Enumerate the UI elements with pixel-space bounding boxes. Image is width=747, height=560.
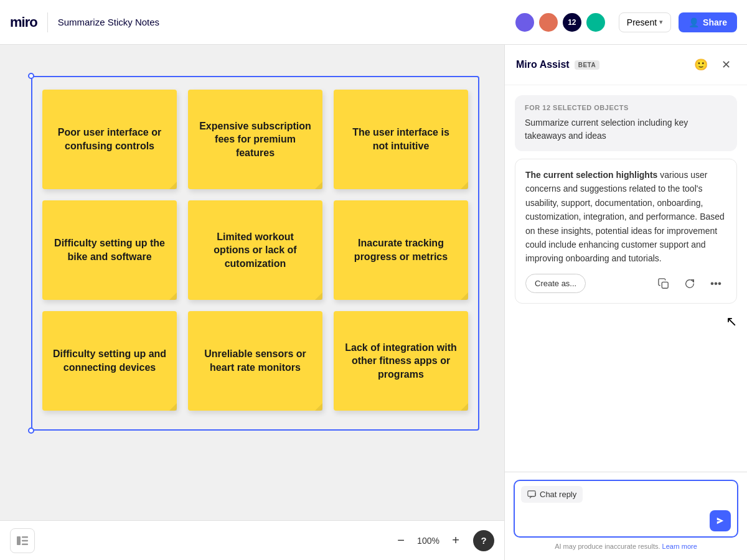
response-bubble: The current selection highlights various… (515, 159, 737, 304)
more-options-button[interactable]: ••• (705, 273, 726, 294)
chat-reply-label: Chat reply (540, 490, 576, 499)
svg-rect-3 (22, 543, 28, 545)
sticky-note-2[interactable]: Expensive subscription fees for premium … (188, 90, 322, 189)
avatar-2[interactable] (538, 12, 559, 33)
refresh-icon-button[interactable] (679, 273, 700, 294)
chat-reply-button[interactable]: Chat reply (521, 486, 583, 503)
selection-handle-bl (28, 427, 34, 434)
refresh-icon (684, 278, 695, 289)
copy-icon-button[interactable] (653, 273, 674, 294)
sticky-note-6[interactable]: Inacurate tracking progress or metrics (334, 200, 468, 300)
sticky-note-7[interactable]: Difficulty setting up and connecting dev… (42, 311, 177, 411)
canvas-content: Poor user interface or confusing control… (31, 76, 479, 431)
avatar-3[interactable] (585, 12, 606, 33)
assist-body: FOR 12 SELECTED OBJECTS Summarize curren… (505, 85, 747, 472)
sticky-note-8[interactable]: Unreliable sensors or heart rate monitor… (188, 311, 322, 411)
close-button[interactable]: ✕ (716, 55, 736, 75)
avatar-count[interactable]: 12 (561, 12, 583, 33)
response-bold: The current selection highlights (525, 170, 657, 180)
topbar: miro Summarize Sticky Notes 12 Present ▾… (0, 0, 747, 45)
response-text: The current selection highlights various… (525, 168, 726, 266)
response-rest: various user concerns and suggestions re… (525, 170, 725, 263)
assist-header: Miro Assist BETA 🙂 ✕ (505, 45, 747, 85)
ai-disclaimer: AI may produce inaccurate results. Learn… (514, 538, 738, 553)
share-button[interactable]: 👤 Share (679, 12, 737, 32)
share-label: Share (703, 17, 727, 27)
cursor-area: ↖ (515, 311, 737, 332)
help-button[interactable]: ? (473, 530, 494, 551)
emoji-icon-button[interactable]: 🙂 (691, 55, 711, 75)
svg-rect-4 (662, 282, 668, 288)
sticky-note-9[interactable]: Lack of integration with other fitness a… (334, 311, 468, 411)
avatar-1[interactable] (514, 12, 535, 33)
zoom-controls: − 100% + (391, 531, 466, 551)
sidebar-icon (17, 536, 28, 545)
response-actions: Create as... ••• (525, 273, 726, 294)
share-person-icon: 👤 (688, 17, 699, 27)
query-bubble: FOR 12 SELECTED OBJECTS Summarize curren… (515, 95, 737, 151)
query-text: Summarize current selection including ke… (525, 116, 727, 142)
cursor-icon: ↖ (726, 314, 737, 330)
svg-rect-1 (22, 536, 28, 538)
chat-reply-icon (527, 490, 536, 499)
selection-handle-tl (28, 73, 34, 79)
chat-input-wrapper: Chat reply (514, 480, 738, 538)
create-as-button[interactable]: Create as... (525, 274, 586, 293)
sticky-note-1[interactable]: Poor user interface or confusing control… (42, 90, 177, 189)
chat-reply-row: Chat reply (521, 486, 731, 503)
svg-rect-2 (22, 539, 28, 541)
copy-icon (658, 278, 669, 289)
selection-box: Poor user interface or confusing control… (31, 76, 479, 431)
chat-input-row (521, 506, 731, 531)
disclaimer-text: AI may produce inaccurate results. (555, 543, 660, 550)
zoom-in-button[interactable]: + (446, 531, 466, 551)
sticky-note-5[interactable]: Limited workout options or lack of cutom… (188, 200, 322, 300)
zoom-out-button[interactable]: − (391, 531, 411, 551)
assist-panel: Miro Assist BETA 🙂 ✕ FOR 12 SELECTED OBJ… (504, 45, 747, 560)
send-button[interactable] (710, 510, 731, 531)
svg-rect-5 (528, 490, 535, 496)
learn-more-link[interactable]: Learn more (662, 543, 697, 550)
sticky-note-4[interactable]: Difficulty setting up the bike and softw… (42, 200, 177, 300)
collaborator-avatars: 12 (514, 12, 606, 33)
query-context: FOR 12 SELECTED OBJECTS (525, 104, 727, 111)
chevron-down-icon: ▾ (659, 18, 663, 26)
sticky-note-3[interactable]: The user interface is not intuitive (334, 90, 468, 189)
assist-title: Miro Assist (516, 59, 570, 70)
sticky-notes-grid: Poor user interface or confusing control… (42, 90, 468, 411)
beta-badge: BETA (575, 60, 599, 70)
main-area: Poor user interface or confusing control… (0, 45, 747, 560)
zoom-level: 100% (416, 536, 441, 546)
chat-input-field[interactable] (521, 506, 710, 531)
canvas[interactable]: Poor user interface or confusing control… (0, 45, 504, 560)
svg-rect-0 (17, 536, 21, 545)
present-button[interactable]: Present ▾ (619, 12, 671, 32)
chat-area: Chat reply AI may produce inaccurate res… (505, 472, 747, 560)
present-label: Present (627, 17, 657, 27)
board-title: Summarize Sticky Notes (58, 17, 159, 27)
miro-logo: miro (10, 14, 37, 30)
topbar-divider (47, 12, 48, 32)
send-icon (716, 516, 725, 525)
sidebar-toggle-button[interactable] (10, 528, 35, 553)
